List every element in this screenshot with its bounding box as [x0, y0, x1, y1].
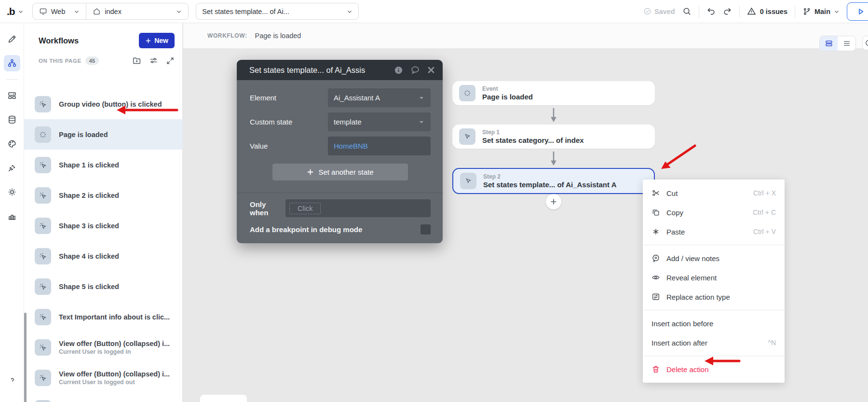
stacked-cards-icon — [825, 39, 833, 48]
menu-item-paste[interactable]: Paste Ctrl + V — [643, 222, 785, 241]
chevron-down-icon — [418, 95, 425, 101]
preview-run-button[interactable] — [847, 2, 868, 21]
issues-count-label: 0 issues — [760, 8, 787, 15]
workflow-list-item[interactable]: Shape 5 is clicked — [24, 271, 183, 302]
dialog-header[interactable]: Set states template... of Ai_Assis — [237, 60, 443, 80]
workflow-list-item-selected[interactable]: Page is loaded — [24, 119, 183, 150]
element-dropdown[interactable]: Ai_Assistant A — [328, 88, 431, 107]
styles-tab[interactable] — [4, 136, 20, 152]
workflow-tab[interactable] — [4, 55, 20, 71]
canvas-zoom-control[interactable] — [200, 395, 247, 402]
card-kind-label: Step 1 — [482, 129, 584, 136]
workflow-list-item[interactable]: View offer (Button) (collapsed) i... Cur… — [24, 362, 183, 393]
new-workflow-button[interactable]: New — [139, 33, 175, 48]
menu-divider — [643, 245, 785, 245]
canvas-header: WORKFLOW: Page is loaded — [183, 23, 868, 48]
workflow-list-item[interactable]: Shape 4 is clicked — [24, 241, 183, 271]
menu-item-insert-action-after[interactable]: Insert action after ^N — [643, 333, 785, 352]
menu-item-reveal-element[interactable]: Reveal element — [643, 268, 785, 287]
shortcut-label: ^N — [768, 339, 776, 347]
add-action-button[interactable] — [546, 194, 561, 209]
workflow-list-item[interactable]: Text Important info about is clic... — [24, 302, 183, 332]
workflow-list-item[interactable]: Group video (button) is clicked — [24, 89, 183, 119]
workflow-list-item[interactable]: View offer (Button) (collapsed) i... Cur… — [24, 332, 183, 362]
expand-panel-icon[interactable] — [166, 56, 175, 65]
search-icon[interactable] — [682, 7, 692, 16]
issues-indicator[interactable]: 0 issues — [747, 7, 787, 16]
action-property-dialog: Set states template... of Ai_Assis Eleme… — [237, 60, 443, 243]
paste-asterisk-icon — [651, 227, 660, 236]
cursor-click-icon — [35, 157, 51, 173]
history-button-partial[interactable] — [862, 36, 868, 50]
bubble-logo: .b — [7, 6, 15, 17]
design-tab[interactable] — [4, 31, 20, 47]
menu-item-delete-action[interactable]: Delete action — [643, 360, 785, 379]
new-folder-icon[interactable] — [132, 56, 141, 65]
menu-item-copy[interactable]: Copy Ctrl + C — [643, 203, 785, 222]
chevron-down-icon — [74, 9, 80, 14]
connector-arrow-down — [550, 107, 557, 123]
bubble-logo-menu[interactable]: .b — [0, 6, 29, 17]
cursor-click-icon — [35, 187, 51, 204]
menu-item-add-view-notes[interactable]: Add / view notes — [643, 249, 785, 268]
comment-icon[interactable] — [410, 65, 420, 75]
gear-icon — [7, 187, 17, 197]
filter-sliders-icon[interactable] — [149, 56, 158, 65]
clock-icon — [865, 39, 868, 47]
value-field-label: Value — [250, 142, 328, 150]
workflow-list-item[interactable]: Shape 3 is clicked — [24, 210, 183, 241]
set-another-state-button[interactable]: Set another state — [272, 164, 408, 180]
workflow-selector[interactable]: Set states template... of Ai... — [196, 3, 359, 20]
redo-icon[interactable] — [723, 7, 732, 16]
cursor-click-icon — [35, 309, 51, 325]
step2-card-selected[interactable]: Step 2 Set states template... of Ai_Assi… — [452, 168, 655, 194]
menu-item-replace-action-type[interactable]: Replace action type — [643, 287, 785, 306]
question-mark-icon — [8, 376, 17, 385]
workflow-item-label: View offer (Button) (collapsed) i... — [59, 340, 170, 347]
card-title: Set states category... of index — [482, 136, 584, 144]
palette-icon — [7, 139, 17, 149]
context-menu: Cut Ctrl + X Copy Ctrl + C Paste Ctrl + … — [643, 180, 785, 383]
menu-item-insert-action-before[interactable]: Insert action before — [643, 314, 785, 333]
step1-card[interactable]: Step 1 Set states category... of index — [452, 125, 655, 149]
workflow-list-item[interactable]: Shape 1 is clicked — [24, 150, 183, 180]
breakpoint-checkbox[interactable] — [420, 224, 431, 235]
close-icon[interactable] — [427, 66, 435, 74]
plug-icon — [7, 163, 17, 173]
settings-tab[interactable] — [4, 184, 20, 200]
workflow-item-label: Page is loaded — [59, 131, 108, 139]
value-expression-text: HomeBNB — [334, 142, 368, 150]
cursor-click-icon — [35, 339, 51, 356]
workflow-list-item[interactable]: Shape 2 is clicked — [24, 180, 183, 210]
info-icon[interactable] — [394, 66, 403, 75]
event-card[interactable]: Event Page is loaded — [452, 81, 655, 105]
workflow-item-label: Shape 2 is clicked — [59, 192, 119, 199]
help-button[interactable] — [4, 372, 20, 388]
menu-item-cut[interactable]: Cut Ctrl + X — [643, 183, 785, 203]
canvas-view-button[interactable] — [820, 36, 838, 51]
menu-divider — [643, 310, 785, 310]
reusables-tab[interactable] — [4, 87, 20, 104]
panel-scrollbar-thumb[interactable] — [24, 313, 27, 402]
data-tab[interactable] — [4, 111, 20, 128]
branch-selector[interactable]: Main — [802, 7, 840, 16]
shortcut-label: Ctrl + X — [753, 189, 776, 197]
plugins-tab[interactable] — [4, 160, 20, 176]
workflow-item-label: Shape 4 is clicked — [59, 252, 119, 260]
card-kind-label: Event — [482, 85, 533, 92]
rail-divider — [6, 79, 18, 80]
page-selector[interactable]: index — [86, 3, 188, 19]
workflow-list-item[interactable]: View offer (Button) is clicked — [24, 393, 183, 402]
workflow-item-label: Shape 5 is clicked — [59, 283, 119, 291]
top-toolbar: .b Web index Set states template... of A… — [0, 0, 868, 23]
list-view-button[interactable] — [838, 36, 855, 51]
cursor-click-icon — [35, 370, 51, 386]
undo-icon[interactable] — [706, 7, 716, 16]
value-expression-input[interactable]: HomeBNB — [328, 137, 431, 155]
logs-tab[interactable] — [4, 208, 20, 224]
only-when-input[interactable]: Click — [285, 199, 431, 217]
workflow-header-label: WORKFLOW: — [207, 32, 247, 39]
cursor-click-icon — [35, 400, 51, 402]
device-selector[interactable]: Web — [33, 3, 86, 19]
custom-state-dropdown[interactable]: template — [328, 112, 431, 131]
